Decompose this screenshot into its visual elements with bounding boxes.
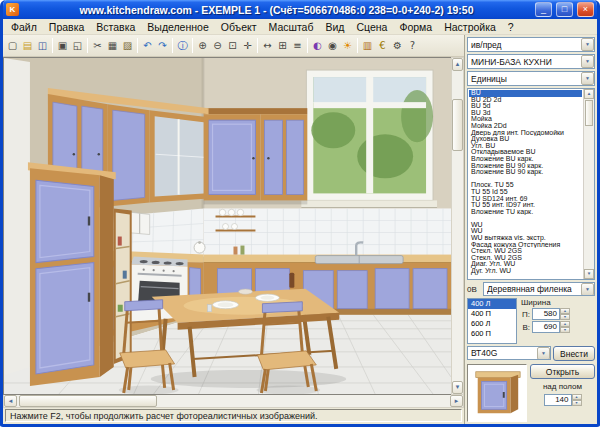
menu-item[interactable]: Масштаб xyxy=(263,20,320,34)
menu-item[interactable]: Правка xyxy=(43,20,90,34)
height-spinner[interactable]: 690 ▲ ▼ xyxy=(532,321,570,333)
catalog-list-item[interactable]: TU 55 инт. ID97 инт. xyxy=(469,202,582,209)
layers-icon[interactable]: ≡ xyxy=(290,37,305,55)
maximize-button[interactable]: □ xyxy=(556,2,573,17)
catalog-list-item[interactable]: Дуг. Угл. WU xyxy=(469,268,582,275)
catalog-list-item[interactable]: Мойка 2Dd xyxy=(469,123,582,130)
catalog-combo[interactable]: МИНИ-БАЗА КУХНИ ▼ xyxy=(467,54,595,69)
open-file-icon[interactable]: ▤ xyxy=(20,37,35,55)
scroll-down-icon[interactable]: ▼ xyxy=(452,381,463,394)
catalog-list-item[interactable]: BU 5d xyxy=(469,103,582,110)
redo-icon[interactable]: ↷ xyxy=(155,37,170,55)
catalog-icon[interactable]: ▥ xyxy=(360,37,375,55)
chevron-down-icon[interactable]: ▼ xyxy=(581,38,594,51)
undo-icon[interactable]: ↶ xyxy=(140,37,155,55)
tall-cabinet[interactable] xyxy=(28,162,116,386)
vertical-scrollbar[interactable]: ▲ ▼ xyxy=(451,57,464,395)
menu-item[interactable]: Настройка xyxy=(438,20,502,34)
catalog-list-item[interactable]: Вложение BU 90 карк. xyxy=(469,163,582,170)
zoom-fit-icon[interactable]: ⊡ xyxy=(225,37,240,55)
catalog-list-item[interactable]: Стекл. WU 2GS xyxy=(469,248,582,255)
catalog-list-item[interactable]: Фасад кожуха Отступления xyxy=(469,242,582,249)
above-floor-value[interactable]: 140 xyxy=(544,394,572,406)
above-floor-spinner[interactable]: 140 ▲ ▼ xyxy=(544,394,582,406)
variant-list[interactable]: 400 Л400 П600 Л600 П xyxy=(467,298,517,344)
open-button[interactable]: Открыть xyxy=(530,364,595,379)
catalog-list-item[interactable]: Плоск. TU 55 xyxy=(469,182,582,189)
open-shelf-tower[interactable] xyxy=(114,208,132,363)
sun-icon[interactable]: ☀ xyxy=(340,37,355,55)
info-icon[interactable]: ⓘ xyxy=(175,37,190,55)
pricing-icon[interactable]: € xyxy=(375,37,390,55)
menu-item[interactable]: Форма xyxy=(393,20,438,34)
width-spinner[interactable]: 580 ▲ ▼ xyxy=(532,308,570,320)
list-scrollbar[interactable]: ▲ ▼ xyxy=(583,89,594,279)
scroll-up-icon[interactable]: ▲ xyxy=(584,89,594,99)
save-icon[interactable]: ◫ xyxy=(35,37,50,55)
vertical-scroll-track[interactable] xyxy=(452,71,463,381)
insert-button[interactable]: Внести xyxy=(553,346,595,361)
variant-item[interactable]: 400 П xyxy=(468,309,516,319)
horizontal-scrollbar[interactable]: ◄ ► xyxy=(3,395,464,408)
menu-item[interactable]: Выделенное xyxy=(141,20,214,34)
catalog-list-item[interactable]: Диаг. Угл. WU xyxy=(469,261,582,268)
catalog-list-item[interactable]: WU xyxy=(469,222,582,229)
catalog-list-item[interactable] xyxy=(469,176,582,183)
height-value[interactable]: 690 xyxy=(532,321,560,333)
menu-item[interactable]: Файл xyxy=(5,20,43,34)
spin-down-icon[interactable]: ▼ xyxy=(560,314,570,320)
chevron-down-icon[interactable]: ▼ xyxy=(537,347,550,360)
settings-icon[interactable]: ⚙ xyxy=(390,37,405,55)
minimize-button[interactable]: _ xyxy=(535,2,552,17)
chevron-down-icon[interactable]: ▼ xyxy=(581,72,594,85)
item-preview[interactable] xyxy=(467,364,527,422)
width-value[interactable]: 580 xyxy=(532,308,560,320)
menu-item[interactable]: Объект xyxy=(215,20,263,34)
paste-icon[interactable]: ▨ xyxy=(120,37,135,55)
catalog-list-item[interactable]: Мойка xyxy=(469,116,582,123)
catalog-list-item[interactable]: BU 3d xyxy=(469,110,582,117)
copy-icon[interactable]: ▦ xyxy=(105,37,120,55)
menu-item[interactable]: Вставка xyxy=(90,20,141,34)
kitchen-scene-svg[interactable] xyxy=(4,58,451,394)
menu-item[interactable]: ? xyxy=(502,20,520,34)
close-button[interactable]: × xyxy=(577,2,594,17)
measure-icon[interactable]: ↔ xyxy=(260,37,275,55)
horizontal-scroll-track[interactable] xyxy=(17,395,450,407)
camera-icon[interactable]: ◉ xyxy=(325,37,340,55)
cut-icon[interactable]: ✂ xyxy=(90,37,105,55)
render-icon[interactable]: ◐ xyxy=(310,37,325,55)
menu-item[interactable]: Вид xyxy=(319,20,350,34)
catalog-list-item[interactable]: Духовка BU xyxy=(469,136,582,143)
spin-down-icon[interactable]: ▼ xyxy=(572,400,582,406)
catalog-list-item[interactable]: WU вытяжка vis. экстр. xyxy=(469,235,582,242)
catalog-list-item[interactable]: TU SD124 инт. 69 xyxy=(469,196,582,203)
catalog-list-item[interactable]: Угл. BU xyxy=(469,143,582,150)
new-file-icon[interactable]: ▢ xyxy=(5,37,20,55)
catalog-list-item[interactable]: WU xyxy=(469,228,582,235)
finish-combo[interactable]: Деревянная филенка ▼ xyxy=(483,282,595,296)
catalog-list-item[interactable]: Вложение BU 90 карк. xyxy=(469,169,582,176)
spin-down-icon[interactable]: ▼ xyxy=(560,327,570,333)
chevron-down-icon[interactable]: ▼ xyxy=(581,55,594,68)
wall-cabinets-back[interactable] xyxy=(204,108,308,204)
scroll-left-icon[interactable]: ◄ xyxy=(4,395,17,407)
model-combo[interactable]: ВТ40G ▼ xyxy=(467,346,551,360)
vertical-scroll-thumb[interactable] xyxy=(452,99,463,151)
catalog-list-item[interactable]: Вложение TU карк. xyxy=(469,209,582,216)
catalog-list-item[interactable]: Вложение BU карк. xyxy=(469,156,582,163)
zoom-in-icon[interactable]: ⊕ xyxy=(195,37,210,55)
scroll-up-icon[interactable]: ▲ xyxy=(452,58,463,71)
print-icon[interactable]: ▣ xyxy=(55,37,70,55)
menu-item[interactable]: Сцена xyxy=(350,20,393,34)
variant-item[interactable]: 600 Л xyxy=(468,319,516,329)
catalog-list-item[interactable]: TU 55 Id 55 xyxy=(469,189,582,196)
catalog-list-item[interactable] xyxy=(469,215,582,222)
kitchen-3d-view[interactable] xyxy=(3,57,451,395)
variant-item[interactable]: 400 Л xyxy=(468,299,516,309)
catalog-list-item[interactable]: Откладываемое BU xyxy=(469,149,582,156)
scroll-down-icon[interactable]: ▼ xyxy=(584,269,594,279)
catalog-list-item[interactable]: Дверь для инт. Посудомойки xyxy=(469,130,582,137)
catalog-list-item[interactable]: BU xyxy=(469,90,582,97)
horizontal-scroll-thumb[interactable] xyxy=(19,395,157,407)
